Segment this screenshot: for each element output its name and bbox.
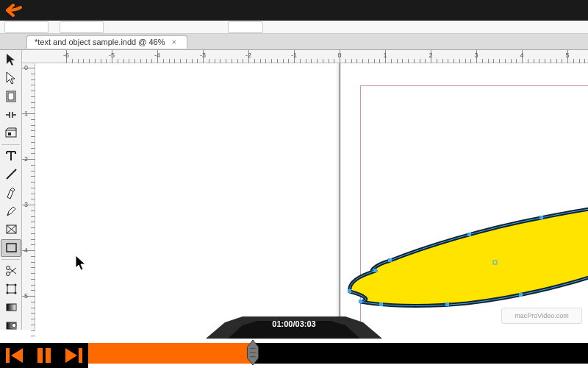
- document-tabbar: *text and object sample.indd @ 46% ×: [0, 34, 588, 50]
- control-field-w[interactable]: [4, 21, 49, 33]
- horizontal-ruler[interactable]: -6-5-4-3-2-1012345: [22, 50, 588, 63]
- pen-tool[interactable]: [1, 184, 21, 202]
- page-tool[interactable]: [1, 88, 21, 105]
- type-tool[interactable]: [1, 147, 21, 165]
- svg-rect-24: [467, 233, 471, 236]
- tools-panel: [0, 50, 22, 330]
- svg-rect-13: [7, 285, 15, 293]
- pencil-tool[interactable]: [1, 202, 21, 220]
- progress-fill: [88, 343, 253, 364]
- svg-rect-31: [359, 300, 362, 303]
- svg-point-17: [15, 292, 17, 294]
- rectangle-frame-tool[interactable]: [1, 221, 21, 238]
- svg-point-9: [7, 266, 10, 270]
- svg-rect-28: [519, 293, 523, 297]
- svg-rect-25: [539, 216, 543, 219]
- scrub-handle[interactable]: [245, 340, 260, 365]
- svg-point-15: [15, 284, 17, 286]
- svg-rect-3: [8, 132, 11, 135]
- svg-line-12: [10, 268, 16, 273]
- svg-rect-29: [445, 302, 449, 306]
- banner-shape[interactable]: [335, 203, 588, 321]
- control-panel: [0, 21, 588, 34]
- gap-tool[interactable]: [1, 106, 21, 124]
- indesign-window: *text and object sample.indd @ 46% × -6-…: [0, 21, 588, 330]
- zoom-field[interactable]: [228, 21, 263, 33]
- svg-marker-39: [65, 348, 77, 363]
- content-collector-tool[interactable]: [1, 124, 21, 142]
- svg-rect-37: [37, 348, 43, 363]
- selection-tool[interactable]: [1, 51, 21, 68]
- close-tab-icon[interactable]: ×: [172, 38, 179, 45]
- svg-rect-22: [373, 269, 377, 272]
- watermark-badge: macProVideo.com: [501, 308, 582, 324]
- svg-line-4: [7, 169, 16, 179]
- gradient-swatch-tool[interactable]: [1, 299, 21, 316]
- transport-controls: [0, 343, 88, 368]
- app-topbar: [0, 0, 588, 21]
- svg-rect-38: [46, 348, 51, 363]
- previous-button[interactable]: [0, 343, 29, 368]
- svg-rect-8: [7, 244, 16, 252]
- svg-marker-36: [11, 348, 23, 363]
- direct-selection-tool[interactable]: [1, 69, 21, 87]
- back-button[interactable]: [0, 0, 29, 21]
- svg-line-11: [10, 269, 16, 274]
- document-tab[interactable]: *text and object sample.indd @ 46% ×: [26, 35, 187, 49]
- svg-rect-35: [6, 348, 10, 363]
- vertical-ruler[interactable]: 012345: [22, 63, 35, 330]
- svg-rect-21: [348, 289, 351, 293]
- svg-rect-23: [388, 258, 392, 262]
- svg-point-10: [7, 272, 10, 276]
- scissors-tool[interactable]: [1, 262, 21, 280]
- svg-rect-30: [379, 302, 383, 306]
- timecode-text: 01:00/03:03: [272, 319, 315, 328]
- watermark-text: macProVideo.com: [514, 312, 568, 319]
- control-field-h[interactable]: [60, 21, 104, 33]
- pause-button[interactable]: [29, 343, 59, 368]
- document-canvas[interactable]: macProVideo.com: [35, 63, 588, 330]
- svg-point-16: [7, 292, 9, 294]
- svg-rect-18: [7, 304, 16, 311]
- line-tool[interactable]: [1, 166, 21, 183]
- free-transform-tool[interactable]: [1, 280, 21, 298]
- rectangle-tool[interactable]: [1, 239, 21, 257]
- video-player-bar: 01:00/03:03: [0, 330, 588, 368]
- svg-rect-40: [79, 348, 82, 363]
- next-button[interactable]: [59, 343, 88, 368]
- svg-point-14: [7, 284, 9, 286]
- mouse-cursor-icon: [75, 255, 88, 272]
- document-tab-label: *text and object sample.indd @ 46%: [35, 38, 165, 46]
- svg-point-20: [12, 323, 16, 328]
